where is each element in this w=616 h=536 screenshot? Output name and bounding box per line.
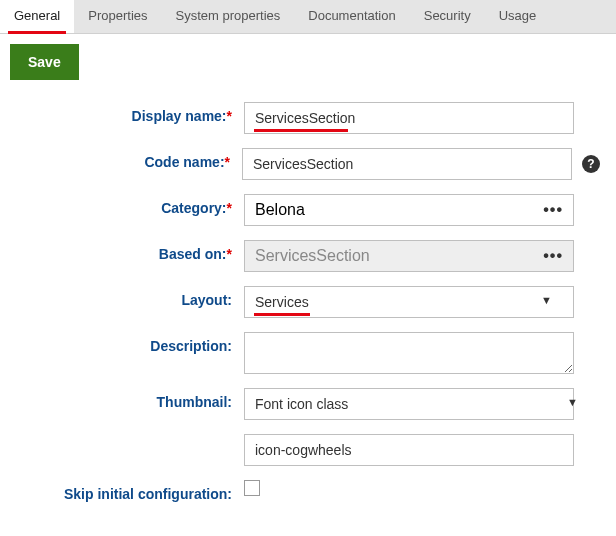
tab-usage[interactable]: Usage [485,0,551,33]
code-name-field[interactable] [242,148,572,180]
category-picker[interactable]: Belona ••• [244,194,574,226]
form: Display name:* Code name:* ? Category:* … [0,90,616,502]
tab-system-properties[interactable]: System properties [162,0,295,33]
category-value: Belona [255,201,305,219]
tab-security[interactable]: Security [410,0,485,33]
help-icon[interactable]: ? [582,155,600,173]
description-field[interactable] [244,332,574,374]
based-on-label: Based on:* [16,240,244,262]
display-name-label: Display name:* [16,102,244,124]
more-icon: ••• [543,201,563,219]
skip-initial-checkbox[interactable] [244,480,260,496]
tab-properties[interactable]: Properties [74,0,161,33]
thumbnail-label: Thumbnail: [16,388,244,410]
code-name-label: Code name:* [16,148,242,170]
thumbnail-type-select[interactable]: Font icon class [244,388,574,420]
tab-documentation[interactable]: Documentation [294,0,409,33]
tab-bar: General Properties System properties Doc… [0,0,616,34]
toolbar: Save [0,34,616,90]
skip-initial-label: Skip initial configuration: [16,480,244,502]
thumbnail-icon-field[interactable] [244,434,574,466]
layout-label: Layout: [16,286,244,308]
based-on-value: ServicesSection [255,247,370,265]
based-on-picker[interactable]: ServicesSection ••• [244,240,574,272]
tab-general[interactable]: General [0,0,74,33]
save-button[interactable]: Save [10,44,79,80]
more-icon: ••• [543,247,563,265]
category-label: Category:* [16,194,244,216]
description-label: Description: [16,332,244,354]
